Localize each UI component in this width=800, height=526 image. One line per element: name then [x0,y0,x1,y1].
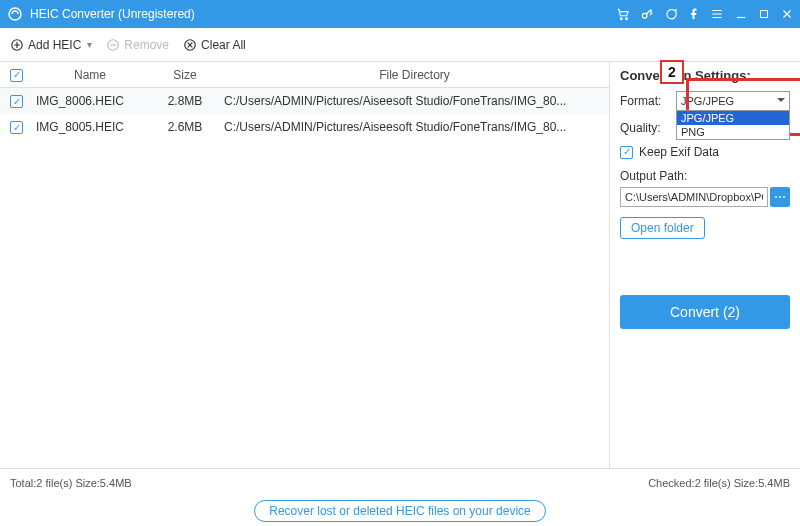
header-size[interactable]: Size [150,68,220,82]
open-folder-button[interactable]: Open folder [620,217,705,239]
cart-icon[interactable] [616,7,630,21]
menu-icon[interactable] [710,7,724,21]
format-option-jpg[interactable]: JPG/JPEG [677,111,789,125]
keep-exif-label: Keep Exif Data [639,145,719,159]
app-logo-icon [6,5,24,23]
x-circle-icon [183,38,197,52]
status-checked: Checked:2 file(s) Size:5.4MB [648,477,790,489]
chevron-down-icon[interactable]: ▾ [87,39,92,50]
output-path-label: Output Path: [620,169,790,183]
row-checkbox[interactable]: ✓ [10,121,23,134]
cell-name: IMG_8006.HEIC [30,94,150,108]
chat-icon[interactable] [664,7,678,21]
format-dropdown: JPG/JPEG PNG [676,110,790,140]
status-total: Total:2 file(s) Size:5.4MB [10,477,132,489]
output-path-input[interactable] [620,187,768,207]
settings-panel: Conversion Settings: Format: JPG/JPEG JP… [610,62,800,468]
keep-exif-checkbox[interactable]: ✓ [620,146,633,159]
minus-circle-icon [106,38,120,52]
quality-label: Quality: [620,121,670,135]
row-checkbox[interactable]: ✓ [10,95,23,108]
svg-point-2 [626,18,628,20]
close-button[interactable] [780,7,794,21]
keep-exif-row: ✓ Keep Exif Data [620,145,790,159]
svg-point-1 [620,18,622,20]
table-header: ✓ Name Size File Directory [0,62,609,88]
clear-all-button[interactable]: Clear All [183,38,246,52]
format-select[interactable]: JPG/JPEG JPG/JPEG PNG [676,91,790,111]
add-heic-button[interactable]: Add HEIC ▾ [10,38,92,52]
format-label: Format: [620,94,670,108]
convert-button[interactable]: Convert (2) [620,295,790,329]
annotation-step-badge: 2 [660,60,684,84]
file-list: ✓ Name Size File Directory ✓ IMG_8006.HE… [0,62,610,468]
remove-button: Remove [106,38,169,52]
bottom-link-bar: Recover lost or deleted HEIC files on yo… [0,496,800,526]
maximize-button[interactable] [758,8,770,20]
minimize-button[interactable] [734,7,748,21]
window-title: HEIC Converter (Unregistered) [30,7,616,21]
format-field: Format: JPG/JPEG JPG/JPEG PNG [620,91,790,111]
key-icon[interactable] [640,7,654,21]
table-row[interactable]: ✓ IMG_8006.HEIC 2.8MB C:/Users/ADMIN/Pic… [0,88,609,114]
format-select-value[interactable]: JPG/JPEG [676,91,790,111]
titlebar: HEIC Converter (Unregistered) [0,0,800,28]
header-name[interactable]: Name [30,68,150,82]
select-all-checkbox[interactable]: ✓ [10,69,23,82]
svg-point-3 [642,13,647,18]
cell-directory: C:/Users/ADMIN/Pictures/Aiseesoft Studio… [220,120,609,134]
titlebar-actions [616,7,794,21]
header-directory[interactable]: File Directory [220,68,609,82]
plus-circle-icon [10,38,24,52]
browse-button[interactable]: ⋯ [770,187,790,207]
cell-size: 2.8MB [150,94,220,108]
cell-directory: C:/Users/ADMIN/Pictures/Aiseesoft Studio… [220,94,609,108]
output-path-row: ⋯ [620,187,790,207]
facebook-icon[interactable] [688,7,700,21]
main-area: ✓ Name Size File Directory ✓ IMG_8006.HE… [0,62,800,468]
cell-name: IMG_8005.HEIC [30,120,150,134]
add-heic-label: Add HEIC [28,38,81,52]
svg-rect-4 [761,11,768,18]
svg-point-0 [9,8,21,20]
format-option-png[interactable]: PNG [677,125,789,139]
settings-heading: Conversion Settings: [620,68,790,83]
remove-label: Remove [124,38,169,52]
clear-all-label: Clear All [201,38,246,52]
status-bar: Total:2 file(s) Size:5.4MB Checked:2 fil… [0,468,800,496]
toolbar: Add HEIC ▾ Remove Clear All [0,28,800,62]
table-row[interactable]: ✓ IMG_8005.HEIC 2.6MB C:/Users/ADMIN/Pic… [0,114,609,140]
recover-link[interactable]: Recover lost or deleted HEIC files on yo… [254,500,545,522]
cell-size: 2.6MB [150,120,220,134]
